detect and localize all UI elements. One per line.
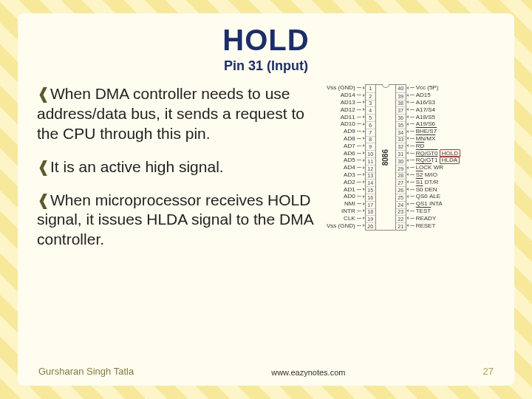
bullet-icon: ❰ [37,158,50,176]
right-pin-numbers: 4039383736353433323130292827262524232221 [396,84,406,231]
pin-number: 18 [366,208,375,216]
pin-number: 22 [396,215,406,222]
bullet-item: ❰When DMA controller needs to use addres… [37,84,319,144]
pin-label-right: RD [406,142,425,149]
content-row: ❰When DMA controller needs to use addres… [37,84,495,263]
pin-number: 40 [396,85,406,92]
pin-label-right: A17/S4 [406,106,435,113]
pin-label-left: AD14 [341,92,365,99]
pin-label-right: Vcc (5P) [406,84,439,92]
pin-label-right: A19/S6 [406,120,435,128]
pin-label-left: AD10 [341,120,365,128]
pin-label-left: AD2 [344,178,365,185]
pin-number: 23 [396,208,406,216]
pin-number: 20 [366,222,375,230]
footer-site: www.eazynotes.com [271,368,345,377]
pin-label-left: AD12 [341,106,365,113]
left-pin-labels: Vss (GND)AD14AD13AD12AD11AD10AD9AD8AD7AD… [327,84,365,231]
pin-label-right: AD15 [406,92,431,99]
slide-footer: Gursharan Singh Tatla www.eazynotes.com … [38,366,494,377]
pin-label-left: AD13 [341,99,365,106]
slide: HOLD Pin 31 (Input) ❰When DMA controller… [18,13,514,386]
chip-name: 8086 [381,149,389,166]
pin-number: 7 [366,129,375,136]
chip-body: 8086 [375,84,396,231]
pin-label-left: NMI [344,200,365,208]
pin-number: 15 [366,186,375,194]
pin-number: 39 [396,92,406,100]
pinout-diagram: Vss (GND)AD14AD13AD12AD11AD10AD9AD8AD7AD… [327,84,495,263]
pin-number: 29 [396,165,406,172]
pin-label-right: QS0 ALE [406,193,440,200]
pin-label-left: AD11 [341,113,365,120]
pin-number: 36 [396,114,406,121]
pin-number: 13 [366,172,375,180]
pin-number: 31 [396,150,406,157]
slide-title: HOLD [37,24,495,57]
pin-label-right: A16/S3 [406,99,435,106]
bullet-icon: ❰ [37,85,50,103]
pin-number: 14 [366,179,375,186]
bullet-text: When DMA controller needs to use address… [37,85,304,142]
pin-label-left: AD4 [344,164,365,171]
slide-subtitle: Pin 31 (Input) [37,58,495,74]
pin-number: 16 [366,194,375,201]
pin-label-right: S1 DT/R [406,178,439,185]
footer-page: 27 [483,366,494,377]
pin-number: 25 [396,194,406,201]
pin-label-left: AD6 [344,149,365,157]
pin-number: 37 [396,106,406,114]
pin-label-right: QS1 INTA [406,200,443,208]
pin-number: 28 [396,172,406,180]
pin-number: 27 [396,179,406,186]
right-pin-labels: Vcc (5P)AD15A16/S3A17/S4A18/S5A19/S6BHE/… [406,84,460,231]
bullet-text: It is an active high signal. [50,158,224,175]
pin-label-left: AD9 [344,128,365,135]
pin-label-right: RESET [406,222,436,229]
pin-number: 12 [366,165,375,172]
pin-label-left: AD0 [344,193,365,200]
pin-number: 26 [396,186,406,194]
pin-label-left: AD3 [344,171,365,179]
pin-label-right: READY [406,214,437,222]
pin-number: 33 [396,136,406,143]
pin-label-left: AD5 [344,157,365,164]
bullet-text: When microprocessor receives HOLD signal… [37,191,313,248]
pin-number: 2 [366,92,375,100]
footer-author: Gursharan Singh Tatla [38,366,134,377]
pin-number: 11 [366,157,375,165]
pin-number: 35 [396,121,406,129]
pin-label-right: RQ/GT1 HLDA [406,157,460,164]
pin-label-left: CLK [344,214,365,222]
pin-label-left: AD1 [344,185,365,193]
pin-label-left: AD8 [344,135,365,143]
pin-number: 9 [366,143,375,150]
pin-number: 6 [366,121,375,129]
pin-number: 5 [366,114,375,121]
pin-number: 24 [396,201,406,208]
pin-number: 38 [396,100,406,107]
pin-number: 8 [366,136,375,143]
pin-number: 32 [396,143,406,150]
pin-label-left: INTR [341,208,365,215]
pin-number: 21 [396,222,406,230]
pin-label-right: S0 DEN [406,185,437,193]
pin-label-right: BHE/S7 [406,128,437,135]
left-pin-numbers: 1234567891011121314151617181920 [365,84,375,231]
pin-label-right: LOCK WR [406,164,443,171]
pin-label-right: MN/MX [406,135,436,143]
pin-label-left: Vss (GND) [327,222,365,229]
pin-number: 17 [366,201,375,208]
pin-label-left: AD7 [344,142,365,149]
pin-number: 30 [396,157,406,165]
pin-label-left: Vss (GND) [327,84,365,92]
bullet-icon: ❰ [37,191,50,209]
pin-number: 3 [366,100,375,107]
pin-label-right: A18/S5 [406,113,435,120]
pin-label-right: S2 M/IO [406,171,437,179]
pin-label-right: TEST [406,208,431,215]
bullet-item: ❰It is an active high signal. [37,157,319,177]
pin-number: 1 [366,85,375,92]
pin-number: 19 [366,215,375,222]
chip-notch-icon [382,84,389,88]
